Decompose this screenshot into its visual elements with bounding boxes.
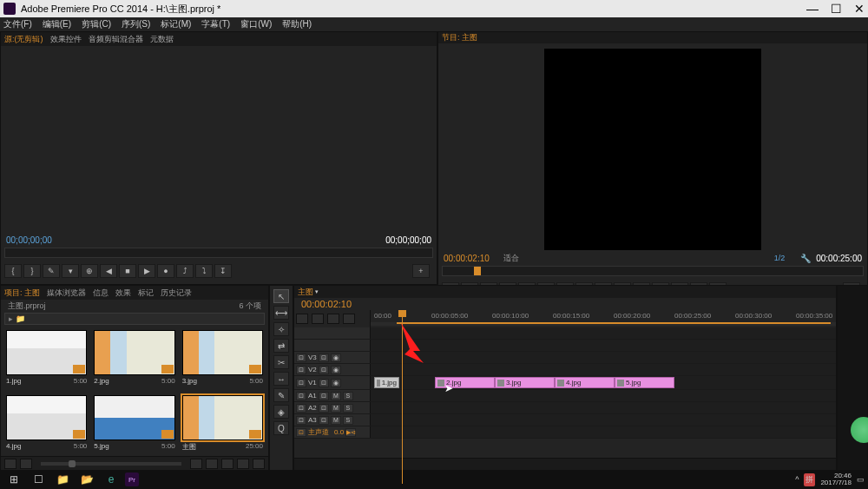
transport-button[interactable]: } bbox=[23, 264, 41, 278]
menu-item[interactable]: 编辑(E) bbox=[41, 18, 73, 30]
source-scrubber[interactable] bbox=[4, 248, 433, 258]
bin-search[interactable]: ▸ 📁 bbox=[4, 313, 265, 325]
project-item[interactable]: 3.jpg5:00 bbox=[182, 330, 263, 388]
program-tc-current[interactable]: 00:00:02:10 bbox=[444, 254, 490, 263]
panel-tab[interactable]: 元数据 bbox=[150, 34, 174, 45]
track-toggle[interactable]: M bbox=[331, 392, 341, 400]
track-lane[interactable] bbox=[371, 426, 836, 438]
track-toggle[interactable]: ⊡ bbox=[319, 404, 329, 413]
transport-button[interactable]: ■ bbox=[119, 264, 136, 278]
new-bin-button[interactable] bbox=[221, 459, 233, 469]
ime-icon[interactable]: 拼 bbox=[804, 473, 815, 486]
panel-tab[interactable]: 项目: 主图 bbox=[4, 287, 40, 299]
premiere-taskbar-icon[interactable]: Pr bbox=[125, 472, 139, 486]
track-lane[interactable] bbox=[371, 352, 836, 363]
panel-tab[interactable]: 标记 bbox=[138, 287, 154, 299]
new-item-button[interactable] bbox=[237, 459, 249, 469]
transport-button[interactable]: ◀ bbox=[100, 264, 117, 278]
transport-button[interactable]: ▶ bbox=[138, 264, 155, 278]
close-button[interactable]: ✕ bbox=[854, 2, 865, 16]
panel-tab[interactable]: 媒体浏览器 bbox=[47, 287, 86, 299]
timeline-clip[interactable]: 4.jpg bbox=[555, 377, 615, 388]
transport-button[interactable]: ✎ bbox=[43, 264, 60, 278]
track-header[interactable]: ⊡V3⊡◉ bbox=[294, 352, 371, 363]
list-view-button[interactable] bbox=[4, 459, 16, 469]
thumb-size-slider[interactable] bbox=[41, 462, 181, 466]
track-header[interactable]: ⊡V1⊡◉ bbox=[294, 376, 371, 389]
track-toggle[interactable]: S bbox=[343, 392, 353, 400]
track-toggle[interactable]: S bbox=[343, 404, 353, 413]
track-lane[interactable] bbox=[371, 402, 836, 413]
panel-tab[interactable]: 音频剪辑混合器 bbox=[89, 34, 143, 45]
minimize-button[interactable]: — bbox=[806, 2, 819, 16]
track-toggle[interactable]: ◉ bbox=[331, 354, 341, 362]
project-item[interactable]: 主图25:00 bbox=[182, 395, 263, 455]
track-toggle[interactable]: ▶⊲ bbox=[345, 428, 356, 437]
menu-item[interactable]: 窗口(W) bbox=[239, 18, 273, 30]
track-toggle[interactable]: M bbox=[331, 416, 341, 425]
menu-item[interactable]: 文件(F) bbox=[2, 18, 34, 30]
timeline-timecode[interactable]: 00:00:02:10 bbox=[301, 299, 352, 309]
time-ruler[interactable]: 00:0000:00:05:0000:00:10:0000:00:15:0000… bbox=[371, 310, 836, 327]
track-header[interactable]: ⊡A1⊡MS bbox=[294, 390, 371, 401]
track-header[interactable]: ⊡A2⊡MS bbox=[294, 402, 371, 413]
linked-selection-button[interactable] bbox=[312, 314, 324, 324]
track-toggle[interactable]: M bbox=[331, 404, 341, 413]
track-toggle[interactable]: ⊡ bbox=[319, 379, 329, 387]
button-editor[interactable]: + bbox=[412, 264, 430, 278]
menu-item[interactable]: 剪辑(C) bbox=[80, 18, 113, 30]
timeline-clip[interactable]: 5.jpg bbox=[615, 377, 674, 388]
panel-tab[interactable]: 节目: 主图 bbox=[442, 32, 477, 43]
tool-button[interactable]: ↔ bbox=[273, 372, 289, 386]
start-button[interactable]: ⊞ bbox=[3, 472, 24, 487]
program-scrubber[interactable] bbox=[442, 266, 864, 276]
maximize-button[interactable]: ☐ bbox=[831, 2, 842, 16]
icon-view-button[interactable] bbox=[20, 459, 32, 469]
delete-button[interactable] bbox=[253, 459, 265, 469]
source-tc-in[interactable]: 00;00;00;00 bbox=[6, 235, 52, 245]
project-item[interactable]: 2.jpg5:00 bbox=[94, 330, 174, 388]
project-item[interactable]: 1.jpg5:00 bbox=[6, 330, 87, 388]
marker-button[interactable] bbox=[327, 314, 339, 324]
panel-tab[interactable]: 效果 bbox=[115, 287, 131, 299]
track-toggle[interactable]: ◉ bbox=[331, 379, 341, 387]
timeline-clip[interactable]: 1.jpg bbox=[374, 377, 399, 388]
project-item[interactable]: 5.jpg5:00 bbox=[94, 395, 174, 455]
menu-item[interactable]: 字幕(T) bbox=[200, 18, 232, 30]
folder-icon[interactable]: 📂 bbox=[76, 472, 97, 487]
edge-icon[interactable]: e bbox=[101, 472, 122, 487]
program-monitor[interactable] bbox=[438, 43, 867, 250]
tab-menu-icon[interactable]: ▾ bbox=[315, 288, 319, 295]
tool-button[interactable]: ⇄ bbox=[273, 339, 289, 353]
tool-button[interactable]: ◈ bbox=[273, 405, 289, 419]
snap-button[interactable] bbox=[296, 314, 308, 324]
task-view-button[interactable]: ☐ bbox=[28, 472, 49, 487]
panel-tab[interactable]: 历史记录 bbox=[161, 287, 192, 299]
clock-date[interactable]: 2017/7/18 bbox=[820, 479, 852, 486]
track-lane[interactable] bbox=[371, 364, 836, 375]
track-toggle[interactable]: ⊡ bbox=[319, 392, 329, 400]
tool-button[interactable]: Q bbox=[273, 421, 289, 435]
explorer-icon[interactable]: 📁 bbox=[52, 472, 73, 487]
sequence-tab[interactable]: 主图 bbox=[298, 287, 313, 298]
track-lane[interactable] bbox=[371, 414, 836, 426]
project-item[interactable]: 4.jpg5:00 bbox=[6, 395, 87, 455]
track-header[interactable]: ⊡A3⊡MS bbox=[294, 414, 371, 426]
track-header[interactable]: ⊡V2⊡◉ bbox=[294, 364, 371, 375]
track-lane[interactable] bbox=[371, 390, 836, 401]
track-toggle[interactable]: ⊡ bbox=[319, 354, 329, 362]
transport-button[interactable]: { bbox=[4, 264, 22, 278]
tool-button[interactable]: ✎ bbox=[273, 388, 289, 402]
transport-button[interactable]: ⤴ bbox=[176, 264, 194, 278]
transport-button[interactable]: ▾ bbox=[62, 264, 79, 278]
panel-tab[interactable]: 效果控件 bbox=[50, 34, 82, 45]
tool-button[interactable]: ↖ bbox=[273, 289, 289, 303]
transport-button[interactable]: ⤵ bbox=[195, 264, 213, 278]
tray-up-icon[interactable]: ^ bbox=[795, 475, 799, 484]
zoom-fit-dropdown[interactable]: 适合 bbox=[503, 253, 519, 264]
menu-item[interactable]: 序列(S) bbox=[120, 18, 152, 30]
transport-button[interactable]: ↧ bbox=[214, 264, 232, 278]
timeline-clip[interactable]: 3.jpg bbox=[495, 377, 555, 388]
track-toggle[interactable]: S bbox=[343, 416, 353, 425]
panel-tab[interactable]: 源:(无剪辑) bbox=[4, 34, 43, 45]
